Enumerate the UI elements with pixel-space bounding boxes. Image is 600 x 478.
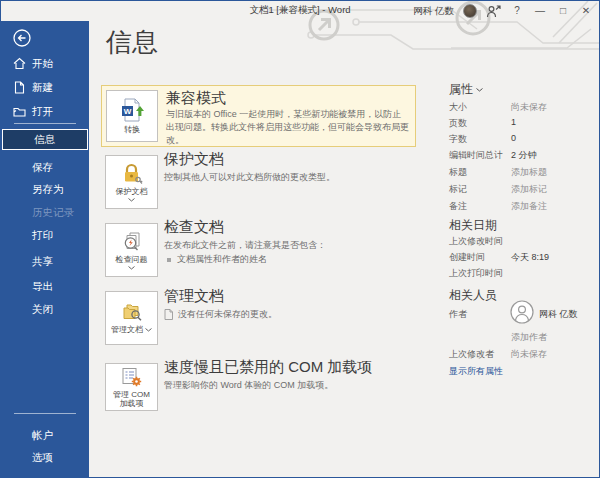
maximize-button[interactable]: □ xyxy=(556,1,570,21)
convert-button[interactable]: W 转换 xyxy=(106,90,158,142)
sidebar-divider xyxy=(14,413,76,414)
bullet-icon xyxy=(167,258,171,262)
chevron-down-icon xyxy=(128,266,135,270)
prop-label: 标记 xyxy=(449,183,467,196)
prop-label: 页数 xyxy=(449,117,467,130)
sidebar-divider xyxy=(14,123,76,124)
sidebar-item-close[interactable]: 关闭 xyxy=(1,299,89,320)
com-description: 管理影响你的 Word 体验的 COM 加载项。 xyxy=(164,379,414,392)
com-title: 速度慢且已禁用的 COM 加载项 xyxy=(164,358,372,377)
prop-label: 标题 xyxy=(449,166,467,179)
prop-label: 字数 xyxy=(449,133,467,146)
sidebar-item-save-as[interactable]: 另存为 xyxy=(1,179,89,200)
backstage-sidebar: 开始 新建 打开 信息 保存 另存为 历史记录 打印 共享 导出 xyxy=(1,21,89,478)
related-dates-header: 相关日期 xyxy=(449,217,497,234)
compat-title: 兼容模式 xyxy=(166,89,226,108)
page-title: 信息 xyxy=(106,25,158,60)
last-modified-by-label: 上次修改者 xyxy=(449,348,494,361)
related-people-header: 相关人员 xyxy=(449,287,497,304)
show-all-properties-link[interactable]: 显示所有属性 xyxy=(449,365,503,378)
sidebar-item-open[interactable]: 打开 xyxy=(1,101,89,122)
date-label: 创建时间 xyxy=(449,251,485,264)
prop-value-add-title[interactable]: 添加标题 xyxy=(511,166,547,179)
compat-description: 与旧版本的 Office 一起使用时，某些新功能被禁用，以防止出现问题。转换此文… xyxy=(166,108,409,147)
sidebar-item-options[interactable]: 选项 xyxy=(1,447,89,468)
manage-title: 管理文档 xyxy=(164,287,224,306)
sidebar-item-save[interactable]: 保存 xyxy=(1,157,89,178)
prop-value: 0 xyxy=(511,133,516,143)
author-avatar-icon[interactable] xyxy=(510,300,534,324)
sidebar-item-info[interactable]: 信息 xyxy=(2,129,88,150)
properties-header[interactable]: 属性 xyxy=(449,81,483,98)
minimize-button[interactable]: — xyxy=(533,1,547,21)
sidebar-item-share[interactable]: 共享 xyxy=(1,251,89,272)
convert-document-icon: W xyxy=(119,98,145,122)
inspect-title: 检查文档 xyxy=(164,218,224,237)
account-avatar[interactable] xyxy=(463,4,477,18)
manage-com-addins-button[interactable]: 管理 COM 加载项 xyxy=(105,363,158,411)
back-button[interactable] xyxy=(13,29,31,47)
sidebar-item-history: 历史记录 xyxy=(1,202,89,223)
com-addins-icon xyxy=(121,367,142,387)
compatibility-mode-box: W 转换 兼容模式 与旧版本的 Office 一起使用时，某些新功能被禁用，以防… xyxy=(101,85,416,147)
sidebar-item-account[interactable]: 帐户 xyxy=(1,425,89,446)
manage-versions-icon xyxy=(121,302,143,322)
protect-description: 控制其他人可以对此文档所做的更改类型。 xyxy=(164,171,414,184)
prop-label: 编辑时间总计 xyxy=(449,149,503,162)
add-author[interactable]: 添加作者 xyxy=(511,331,547,344)
sidebar-item-home[interactable]: 开始 xyxy=(1,53,89,74)
new-document-icon xyxy=(13,81,26,94)
manage-document-button[interactable]: 管理文档 xyxy=(105,291,158,345)
date-label: 上次修改时间 xyxy=(449,235,503,248)
inspect-bullet-item: 文档属性和作者的姓名 xyxy=(167,253,267,266)
prop-label: 备注 xyxy=(449,200,467,213)
last-modified-by-value: 尚未保存 xyxy=(511,348,547,361)
author-name[interactable]: 网科 亿数 xyxy=(539,308,578,321)
account-name[interactable]: 网科 亿数 xyxy=(413,5,454,18)
prop-value: 1 xyxy=(511,117,516,127)
help-button[interactable]: ? xyxy=(510,1,524,21)
sidebar-item-print[interactable]: 打印 xyxy=(1,225,89,246)
lock-icon xyxy=(121,163,143,184)
document-icon xyxy=(164,309,173,320)
inspect-document-icon xyxy=(121,231,143,252)
titlebar: 文档1 [兼容模式] - Word 网科 亿数 ? — □ ✕ xyxy=(1,1,599,21)
properties-panel: 属性 大小 尚未保存 页数 1 字数 0 编辑时间总计 2 分钟 标题 添加标题… xyxy=(449,21,597,477)
check-issues-button[interactable]: 检查问题 xyxy=(105,223,158,277)
prop-label: 大小 xyxy=(449,101,467,114)
protect-document-button[interactable]: 保护文档 xyxy=(105,155,158,209)
manage-document-label: 管理文档 xyxy=(111,325,152,334)
sidebar-item-export[interactable]: 导出 xyxy=(1,276,89,297)
svg-text:W: W xyxy=(124,107,132,116)
close-button[interactable]: ✕ xyxy=(579,1,593,21)
share-icon[interactable] xyxy=(486,5,501,18)
author-label: 作者 xyxy=(449,308,467,321)
prop-value: 2 分钟 xyxy=(511,149,537,162)
chevron-down-icon xyxy=(128,198,135,202)
sidebar-item-new[interactable]: 新建 xyxy=(1,77,89,98)
open-folder-icon xyxy=(13,105,26,118)
prop-value-add-tag[interactable]: 添加标记 xyxy=(511,183,547,196)
date-value: 今天 8:19 xyxy=(511,251,549,264)
chevron-down-icon xyxy=(145,328,152,332)
no-unsaved-changes-item: 没有任何未保存的更改。 xyxy=(164,308,277,321)
inspect-description: 在发布此文件之前，请注意其是否包含： xyxy=(164,239,414,252)
prop-value-add-comment[interactable]: 添加备注 xyxy=(511,200,547,213)
prop-value: 尚未保存 xyxy=(511,101,547,114)
date-label: 上次打印时间 xyxy=(449,267,503,280)
home-icon xyxy=(13,57,26,70)
word-backstage-window: 文档1 [兼容模式] - Word 网科 亿数 ? — □ ✕ 开始 新 xyxy=(0,0,600,478)
chevron-down-icon xyxy=(476,88,483,92)
protect-title: 保护文档 xyxy=(164,150,224,169)
